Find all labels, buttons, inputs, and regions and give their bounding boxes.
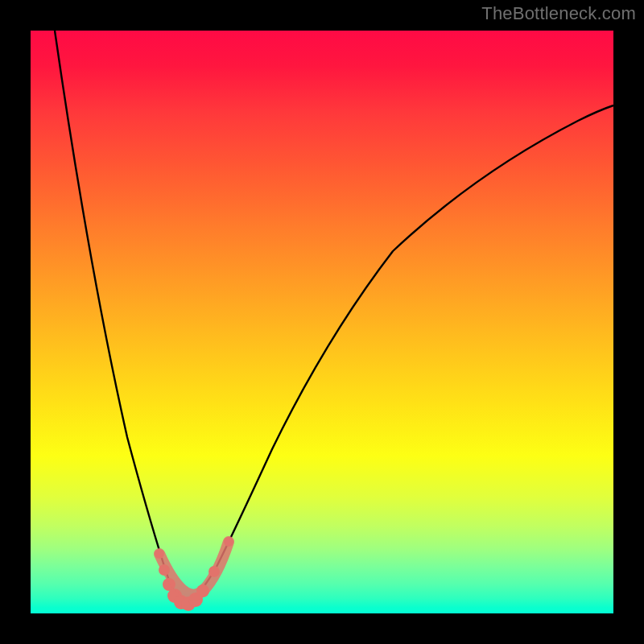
bottleneck-curve xyxy=(55,31,613,605)
curve-svg xyxy=(31,31,613,613)
chart-frame: TheBottleneck.com xyxy=(0,0,644,644)
curve-markers xyxy=(155,537,233,611)
chart-plot-area xyxy=(31,31,613,613)
watermark-text: TheBottleneck.com xyxy=(481,3,636,24)
